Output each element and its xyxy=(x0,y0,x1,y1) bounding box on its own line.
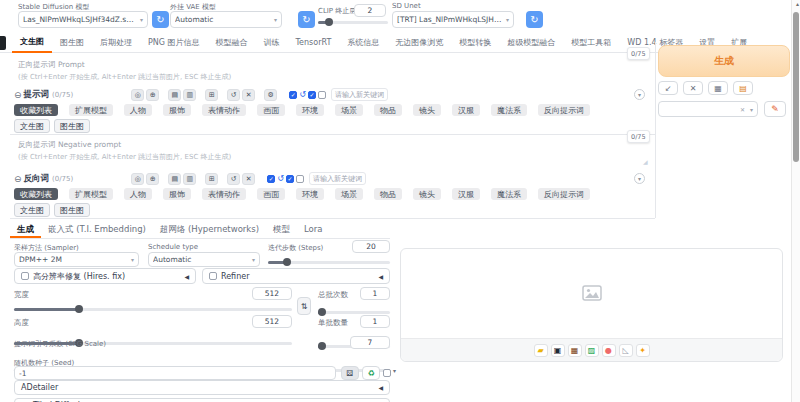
tag-category-objects[interactable]: 物品 xyxy=(374,104,402,116)
autocomplete-checkbox[interactable]: ✓ xyxy=(289,91,297,99)
seed-caret-icon[interactable]: ▾ xyxy=(393,367,396,374)
tab-png-info[interactable]: PNG 图片信息 xyxy=(140,33,208,52)
prompt-textarea[interactable]: 正向提示词 Prompt (按 Ctrl+Enter 开始生成, Alt+Ent… xyxy=(18,60,231,82)
send-to-extras-button[interactable]: ◺ xyxy=(619,344,633,357)
tag-category-clothing[interactable]: 服饰 xyxy=(163,188,191,200)
tab-extras[interactable]: 后期处理 xyxy=(92,33,140,52)
scrollbar-thumb[interactable] xyxy=(793,12,799,162)
tab-model-toolkit[interactable]: 模型工具箱 xyxy=(563,33,619,52)
translate-icon[interactable]: ◎ xyxy=(131,89,144,101)
cfg-scale-value[interactable]: 7 xyxy=(350,336,390,349)
tiled-diffusion-accordion[interactable]: Tiled Diffusion ◀ xyxy=(14,398,390,402)
refiner-accordion[interactable]: Refiner ◀ xyxy=(202,268,390,284)
tag-target-img2img-button[interactable]: 图生图 xyxy=(54,203,90,217)
steps-slider[interactable] xyxy=(268,261,390,264)
tag-category-favorites[interactable]: 收藏列表 xyxy=(14,104,58,116)
tab-tensorrt[interactable]: TensorRT xyxy=(288,33,340,52)
translate-icon[interactable]: ◎ xyxy=(131,173,144,185)
width-slider[interactable] xyxy=(14,308,292,311)
paste-icon[interactable]: ▥ xyxy=(183,173,196,185)
tag-category-magic[interactable]: 魔法系 xyxy=(491,104,527,116)
edit-styles-button[interactable]: ✎ xyxy=(764,101,786,117)
undo-icon[interactable]: ↺ xyxy=(227,173,240,185)
batch-size-value[interactable]: 1 xyxy=(360,315,390,328)
tag-category-favorites[interactable]: 收藏列表 xyxy=(14,188,58,200)
vae-refresh-button[interactable]: ↻ xyxy=(298,11,315,28)
extra-networks-button[interactable]: ▦ xyxy=(708,81,728,95)
schedule-type-dropdown[interactable]: Automatic ▾ xyxy=(148,252,260,267)
tag-target-txt2img-button[interactable]: 文生图 xyxy=(14,119,50,133)
tag-target-img2img-button[interactable]: 图生图 xyxy=(54,119,90,133)
delete-icon[interactable]: ✕ xyxy=(242,89,255,101)
tag-category-extra-models[interactable]: 扩展模型 xyxy=(69,104,113,116)
collapse-section-icon[interactable]: ▾ xyxy=(634,89,645,100)
tab-img2img[interactable]: 图生图 xyxy=(52,33,92,52)
tag-category-extra-models[interactable]: 扩展模型 xyxy=(69,188,113,200)
grid-icon[interactable]: ⊞ xyxy=(205,89,218,101)
hires-fix-accordion[interactable]: 高分辨率修复 (Hires. fix) ◀ xyxy=(14,268,196,284)
copy-icon[interactable]: ▤ xyxy=(168,89,181,101)
tab-ti-embedding[interactable]: 嵌入式 (T.I. Embedding) xyxy=(41,222,153,238)
tag-category-objects[interactable]: 物品 xyxy=(374,188,402,200)
close-icon[interactable]: ✕ xyxy=(740,106,745,113)
sync-icon[interactable]: ↺ xyxy=(299,90,306,99)
collapse-icon[interactable]: ⊖ xyxy=(14,174,22,184)
collapse-icon[interactable]: ⊖ xyxy=(14,90,22,100)
undo-icon[interactable]: ↺ xyxy=(227,89,240,101)
refiner-checkbox[interactable] xyxy=(209,272,217,280)
height-value[interactable]: 512 xyxy=(252,315,292,328)
batch-count-value[interactable]: 1 xyxy=(360,287,390,300)
tag-category-environment[interactable]: 环境 xyxy=(296,188,324,200)
sampler-dropdown[interactable]: DPM++ 2M ▾ xyxy=(14,252,139,267)
random-seed-button[interactable]: ⚄ xyxy=(341,366,359,380)
clear-prompt-button[interactable]: ✕ xyxy=(683,81,703,95)
generate-button[interactable]: 生成 xyxy=(658,45,790,77)
sd-unet-refresh-button[interactable]: ↻ xyxy=(526,11,543,28)
adetailer-accordion[interactable]: ADetailer ◀ xyxy=(14,380,390,395)
tag-category-camera[interactable]: 镜头 xyxy=(413,188,441,200)
magic-icon[interactable]: ⊕ xyxy=(146,173,159,185)
send-to-img2img-button[interactable]: ▨ xyxy=(585,344,599,357)
width-value[interactable]: 512 xyxy=(252,287,292,300)
save-zip-button[interactable]: ▦ xyxy=(568,344,582,357)
copy-icon[interactable]: ▤ xyxy=(168,173,181,185)
tag-category-picture[interactable]: 画面 xyxy=(257,104,285,116)
extra-option-checkbox[interactable] xyxy=(296,175,304,183)
vae-dropdown[interactable]: Automatic ▾ xyxy=(170,11,282,28)
delete-icon[interactable]: ✕ xyxy=(242,173,255,185)
tab-train[interactable]: 训练 xyxy=(256,33,288,52)
tag-category-hanfu[interactable]: 汉服 xyxy=(452,188,480,200)
seed-extra-checkbox[interactable] xyxy=(383,369,391,377)
translate-checkbox[interactable]: ✓ xyxy=(286,175,294,183)
seed-input[interactable]: -1 xyxy=(14,366,336,380)
new-keyword-input[interactable]: 请输入新关键词 xyxy=(331,88,388,101)
tag-category-environment[interactable]: 环境 xyxy=(296,104,324,116)
paste-params-button[interactable]: ↙ xyxy=(658,81,678,95)
clip-skip-value[interactable]: 2 xyxy=(354,4,386,17)
resize-handle-icon[interactable]: ◢ xyxy=(643,158,648,165)
scrollbar[interactable]: ▴ xyxy=(791,0,800,402)
reuse-seed-button[interactable]: ♻ xyxy=(362,366,380,380)
tag-category-camera[interactable]: 镜头 xyxy=(413,104,441,116)
clip-skip-slider[interactable] xyxy=(318,21,388,24)
scroll-up-icon[interactable]: ▴ xyxy=(796,0,799,7)
tab-system-info[interactable]: 系统信息 xyxy=(339,33,387,52)
settings-icon[interactable]: ⚙ xyxy=(264,89,277,101)
open-folder-button[interactable]: ▰ xyxy=(534,344,548,357)
tab-checkpoints[interactable]: 模型 xyxy=(266,222,297,238)
steps-value[interactable]: 20 xyxy=(352,240,390,253)
tag-category-expression[interactable]: 表情动作 xyxy=(202,188,246,200)
sd-model-dropdown[interactable]: Las_NlPmWHkqLSJHf34dZ.safetensors [e4a30… xyxy=(18,11,148,28)
negative-prompt-textarea[interactable]: 反向提示词 Negative prompt (按 Ctrl+Enter 开始生成… xyxy=(18,140,231,162)
tab-generation[interactable]: 生成 xyxy=(10,222,41,238)
send-to-inpaint-button[interactable]: ● xyxy=(602,344,616,357)
batch-count-slider[interactable] xyxy=(318,311,390,314)
grid-icon[interactable]: ⊞ xyxy=(205,173,218,185)
tab-infinite-image-browsing[interactable]: 无边图像浏览 xyxy=(387,33,451,52)
collapse-section-icon[interactable]: ▾ xyxy=(634,173,645,184)
tag-category-picture[interactable]: 画面 xyxy=(257,188,285,200)
sd-model-refresh-button[interactable]: ↻ xyxy=(152,11,169,28)
extra-option-checkbox[interactable] xyxy=(318,91,326,99)
tab-txt2img[interactable]: 文生图 xyxy=(12,32,52,53)
swap-dimensions-button[interactable]: ⇅ xyxy=(297,297,311,315)
